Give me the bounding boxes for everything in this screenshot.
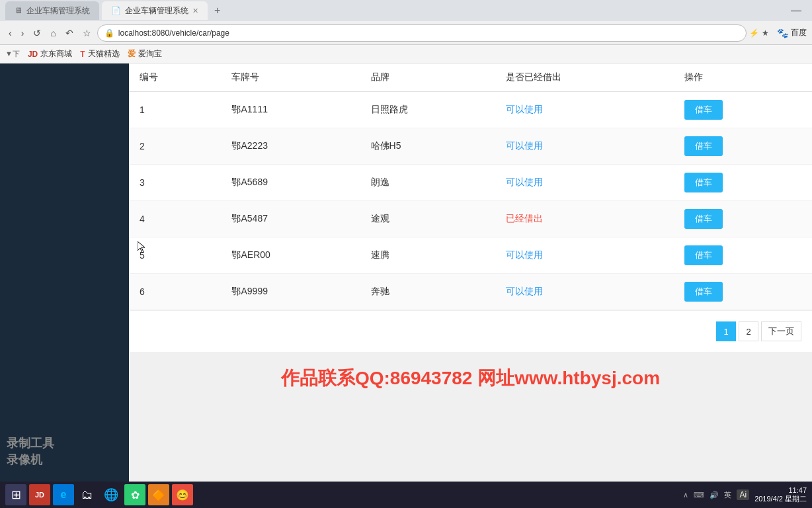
taskbar: ⊞ JD e 🗂 🌐 ✿ 🔶 😊 ∧ ⌨ 🔊 英 Ai 11:47 2019/4… [0,482,812,508]
cell-status: 可以使用 [495,237,674,274]
pagination-area: 1 2 下一页 [129,310,812,352]
lock-icon: 🔒 [104,28,114,38]
cell-plate: 鄂A5689 [221,165,360,201]
ai-label: Ai [737,489,749,500]
watermark-text: 作品联系QQ:86943782 网址www.htbysj.com [281,366,660,391]
tab-active-label: 企业车辆管理系统 [125,5,188,17]
home-button[interactable]: ⌂ [47,26,59,40]
table-row: 4鄂A5487途观已经借出借车 [129,201,812,237]
col-plate: 车牌号 [221,64,360,92]
tab-close-btn[interactable]: ✕ [192,7,198,15]
vehicle-table: 编号 车牌号 品牌 是否已经借出 操作 1鄂A1111日照路虎可以使用借车2鄂A… [129,64,812,310]
cell-action: 借车 [674,128,812,165]
content-area: 编号 车牌号 品牌 是否已经借出 操作 1鄂A1111日照路虎可以使用借车2鄂A… [129,64,812,482]
back-button[interactable]: ‹ [5,26,15,40]
table-row: 1鄂A1111日照路虎可以使用借车 [129,92,812,128]
table-row: 6鄂A9999奔驰可以使用借车 [129,274,812,310]
taskbar-arrow-icon: ∧ [683,491,688,499]
table-row: 2鄂A2223哈佛H5可以使用借车 [129,128,812,165]
cell-brand: 日照路虎 [360,92,496,128]
baidu-icon: 🐾 [777,28,788,38]
page-1-button[interactable]: 1 [716,321,736,341]
history-button[interactable]: ↶ [62,26,77,40]
taskbar-keyboard-icon: ⌨ [694,491,704,499]
cell-id: 3 [129,165,221,201]
taskbar-icon-app2[interactable]: 🔶 [148,484,169,505]
tab-active[interactable]: 📄 企业车辆管理系统 ✕ [102,1,208,20]
borrow-button[interactable]: 借车 [684,100,723,120]
refresh-button[interactable]: ↺ [30,26,44,40]
table-row: 3鄂A5689朗逸可以使用借车 [129,165,812,201]
cell-brand: 朗逸 [360,165,496,201]
tab-icon: 🖥 [15,6,22,15]
fav-star-icon: ★ [762,28,769,38]
baidu-label: 百度 [791,27,807,38]
taskbar-date-text: 2019/4/2 星期二 [754,494,807,504]
cell-status: 可以使用 [495,92,674,128]
taskbar-icon-app3[interactable]: 😊 [172,484,193,505]
cell-plate: 鄂A2223 [221,128,360,165]
next-page-button[interactable]: 下一页 [761,321,801,341]
cell-id: 5 [129,237,221,274]
bookmark-jd[interactable]: JD 京东商城 [28,48,72,60]
cell-status: 可以使用 [495,165,674,201]
tab-inactive[interactable]: 🖥 企业车辆管理系统 [5,1,99,20]
cell-brand: 哈佛H5 [360,128,496,165]
col-brand: 品牌 [360,64,496,92]
minimize-button[interactable]: — [786,5,807,17]
borrow-button[interactable]: 借车 [684,209,723,229]
taskbar-icon-app1[interactable]: ✿ [124,484,145,505]
cell-brand: 速腾 [360,237,496,274]
sidebar-text: 录制工具 录像机 [7,435,54,468]
browser-toolbar: ‹ › ↺ ⌂ ↶ ☆ 🔒 localhost:8080/vehicle/car… [0,21,812,45]
bookmark-tmall[interactable]: T 天猫精选 [80,48,119,60]
forward-button[interactable]: › [18,26,28,40]
taskbar-time-text: 11:47 [754,486,807,494]
table-container: 编号 车牌号 品牌 是否已经借出 操作 1鄂A1111日照路虎可以使用借车2鄂A… [129,64,812,310]
cell-action: 借车 [674,92,812,128]
cell-brand: 奔驰 [360,274,496,310]
taskbar-icon-chrome[interactable]: 🌐 [101,484,122,505]
borrow-button[interactable]: 借车 [684,245,723,265]
page-2-button[interactable]: 2 [739,321,758,341]
sidebar: 录制工具 录像机 [0,64,129,482]
cell-brand: 途观 [360,201,496,237]
cell-status: 可以使用 [495,128,674,165]
cell-plate: 鄂AER00 [221,237,360,274]
table-body: 1鄂A1111日照路虎可以使用借车2鄂A2223哈佛H5可以使用借车3鄂A568… [129,92,812,310]
taskbar-right: ∧ ⌨ 🔊 英 Ai 11:47 2019/4/2 星期二 [683,486,807,504]
cell-action: 借车 [674,201,812,237]
cell-status: 已经借出 [495,201,674,237]
cell-id: 4 [129,201,221,237]
taskbar-icon-edge[interactable]: e [53,484,74,505]
start-button[interactable]: ⊞ [5,484,26,505]
taskbar-datetime: 11:47 2019/4/2 星期二 [754,486,807,504]
star-button[interactable]: ☆ [79,26,95,40]
cell-action: 借车 [674,165,812,201]
bookmarks-arrow: ▼下 [5,49,20,59]
lightning-icon: ⚡ [749,28,759,38]
tab-page-icon: 📄 [111,6,121,15]
cell-status: 可以使用 [495,274,674,310]
taskbar-icon-jd[interactable]: JD [29,484,50,505]
address-bar[interactable]: 🔒 localhost:8080/vehicle/car/page [97,24,747,42]
borrow-button[interactable]: 借车 [684,136,723,156]
sidebar-recorder-label: 录像机 [7,452,54,468]
col-action: 操作 [674,64,812,92]
taskbar-icon-folder[interactable]: 🗂 [77,484,98,505]
cell-id: 6 [129,274,221,310]
taskbar-volume-icon: 🔊 [710,491,719,499]
table-header: 编号 车牌号 品牌 是否已经借出 操作 [129,64,812,92]
baidu-search[interactable]: 🐾 百度 [777,27,807,38]
cell-plate: 鄂A5487 [221,201,360,237]
bookmark-ataobao[interactable]: 爱 爱淘宝 [128,48,162,60]
borrow-button[interactable]: 借车 [684,173,723,192]
main-area: 录制工具 录像机 编号 车牌号 品牌 是否已经借出 操作 1鄂A1111日照路虎… [0,64,812,482]
cell-id: 1 [129,92,221,128]
borrow-button[interactable]: 借车 [684,282,723,302]
browser-titlebar: 🖥 企业车辆管理系统 📄 企业车辆管理系统 ✕ + — [0,0,812,21]
tab-inactive-label: 企业车辆管理系统 [26,5,90,17]
url-text: localhost:8080/vehicle/car/page [118,28,229,38]
new-tab-button[interactable]: + [210,5,224,17]
sidebar-tool-label: 录制工具 [7,435,54,452]
